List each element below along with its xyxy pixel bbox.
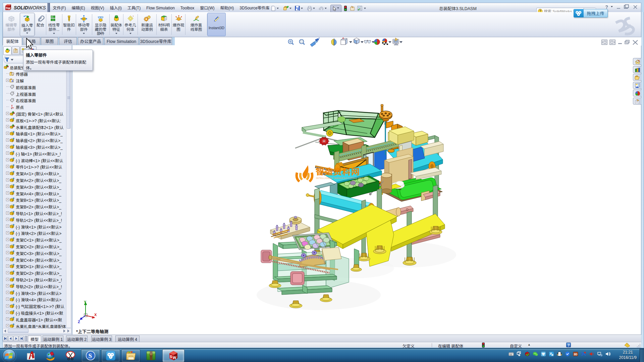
svg-text:智造资料网: 智造资料网 bbox=[316, 165, 360, 177]
svg-text:INTELLIGENT MANUFACTURING DATA: INTELLIGENT MANUFACTURING DATA bbox=[316, 177, 365, 180]
svg-text:Z: Z bbox=[78, 320, 80, 324]
svg-text:Y: Y bbox=[84, 300, 87, 304]
svg-text:X: X bbox=[94, 313, 97, 317]
